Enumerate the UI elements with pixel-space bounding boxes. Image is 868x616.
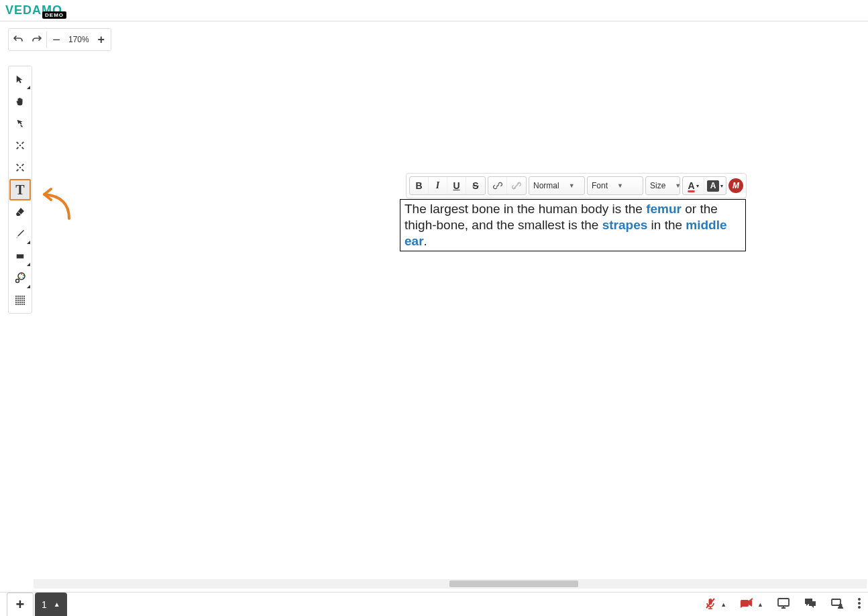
text-segment: in the	[647, 218, 686, 232]
bold-button[interactable]: B	[410, 177, 429, 194]
zoom-toolbar: − 170% +	[8, 28, 111, 51]
color-picker-tool[interactable]	[9, 267, 31, 289]
strikethrough-button[interactable]: S	[466, 177, 485, 194]
font-family-label: Font	[592, 181, 608, 190]
submenu-indicator-icon	[27, 86, 30, 89]
svg-rect-17	[21, 298, 23, 299]
text-color-button[interactable]: A ▾	[683, 177, 704, 194]
svg-point-1	[19, 167, 21, 168]
math-button[interactable]: M	[728, 178, 743, 193]
svg-rect-18	[23, 298, 25, 299]
text-segment: The largest bone in the human body is th…	[404, 202, 646, 216]
unlink-button[interactable]	[507, 177, 526, 194]
svg-rect-25	[17, 302, 19, 303]
svg-rect-13	[23, 296, 25, 297]
svg-rect-9	[15, 296, 17, 297]
svg-point-6	[23, 278, 24, 279]
text-editor-toolbar: B I U S Normal ▼ Font ▼ Size ▼ A ▾ A ▾ M	[406, 173, 747, 198]
link-group	[488, 176, 527, 195]
chevron-up-icon: ▲	[54, 601, 60, 608]
svg-point-4	[21, 273, 22, 275]
paragraph-style-select[interactable]: Normal ▼	[529, 176, 585, 195]
mic-options-button[interactable]: ▲	[720, 601, 726, 608]
text-keyword: femur	[646, 202, 682, 216]
font-family-select[interactable]: Font ▼	[587, 176, 643, 195]
demo-badge: DEMO	[42, 11, 66, 19]
bg-color-button[interactable]: A ▾	[704, 177, 726, 194]
text-style-group: B I U S	[409, 176, 486, 195]
underline-button[interactable]: U	[447, 177, 466, 194]
text-tool[interactable]: T	[9, 179, 31, 200]
svg-rect-20	[17, 300, 19, 301]
svg-point-44	[858, 598, 861, 601]
svg-point-5	[23, 275, 24, 276]
add-page-button[interactable]: +	[7, 593, 34, 617]
math-group: M	[728, 176, 743, 195]
bottom-bar: + 1 ▲ ▲ ▲	[0, 592, 868, 616]
app-logo: VEDAMO DEMO	[5, 3, 62, 17]
chevron-down-icon: ▾	[696, 183, 699, 189]
shape-tool[interactable]	[9, 245, 31, 267]
zoom-in-button[interactable]: +	[92, 28, 111, 51]
submenu-indicator-icon	[27, 285, 30, 288]
app-header: VEDAMO DEMO	[0, 0, 868, 21]
mic-muted-icon[interactable]	[704, 597, 716, 612]
camera-off-icon[interactable]	[740, 598, 753, 611]
text-keyword: strapes	[602, 218, 648, 232]
eraser-tool[interactable]	[9, 201, 31, 223]
chat-icon[interactable]	[804, 597, 817, 612]
text-tool-icon: T	[15, 182, 24, 198]
svg-rect-21	[19, 300, 21, 301]
page-indicator[interactable]: 1 ▲	[35, 593, 67, 617]
color-group: A ▾ A ▾	[682, 176, 726, 195]
brush-tool[interactable]	[9, 223, 31, 245]
more-options-icon[interactable]	[857, 597, 861, 612]
current-page-number: 1	[42, 599, 47, 610]
screen-share-icon[interactable]	[777, 597, 790, 612]
svg-rect-11	[19, 296, 21, 297]
svg-rect-23	[23, 300, 25, 301]
svg-rect-26	[19, 302, 21, 303]
svg-rect-28	[23, 302, 25, 303]
grid-tool[interactable]	[9, 290, 31, 311]
link-button[interactable]	[488, 177, 507, 194]
ungroup-tool[interactable]	[9, 157, 31, 178]
chevron-down-icon: ▼	[569, 182, 575, 189]
participants-icon[interactable]	[830, 597, 844, 612]
svg-rect-14	[15, 298, 17, 299]
zoom-percent: 170%	[66, 35, 92, 44]
select-tool[interactable]	[9, 68, 31, 90]
svg-point-8	[16, 280, 19, 283]
chevron-down-icon: ▾	[720, 183, 723, 189]
hand-tool[interactable]	[9, 90, 31, 112]
horizontal-scrollbar[interactable]	[34, 579, 867, 589]
submenu-indicator-icon	[27, 241, 30, 244]
tool-sidebar: T	[8, 66, 32, 314]
group-tool[interactable]	[9, 135, 31, 156]
svg-rect-32	[21, 304, 23, 305]
undo-button[interactable]	[9, 28, 28, 51]
svg-point-45	[858, 602, 861, 605]
chevron-down-icon: ▼	[675, 182, 681, 189]
svg-point-0	[19, 145, 21, 146]
text-segment: .	[424, 234, 427, 248]
scrollbar-thumb[interactable]	[449, 580, 578, 587]
italic-button[interactable]: I	[429, 177, 447, 194]
svg-rect-33	[23, 304, 25, 305]
svg-point-46	[858, 606, 861, 609]
svg-rect-22	[21, 300, 23, 301]
svg-rect-30	[17, 304, 19, 305]
svg-rect-27	[21, 302, 23, 303]
font-size-select[interactable]: Size ▼	[645, 176, 680, 195]
redo-button[interactable]	[28, 28, 46, 51]
svg-rect-10	[17, 296, 19, 297]
camera-options-button[interactable]: ▲	[757, 601, 763, 608]
canvas-text-box[interactable]: The largest bone in the human body is th…	[400, 199, 746, 251]
zoom-out-button[interactable]: −	[47, 28, 66, 51]
page-controls: + 1 ▲	[0, 593, 67, 616]
svg-rect-39	[778, 599, 789, 606]
svg-rect-2	[17, 254, 24, 258]
pointer-tool[interactable]	[9, 113, 31, 134]
callout-arrow-annotation	[39, 186, 76, 223]
svg-rect-19	[15, 300, 17, 301]
